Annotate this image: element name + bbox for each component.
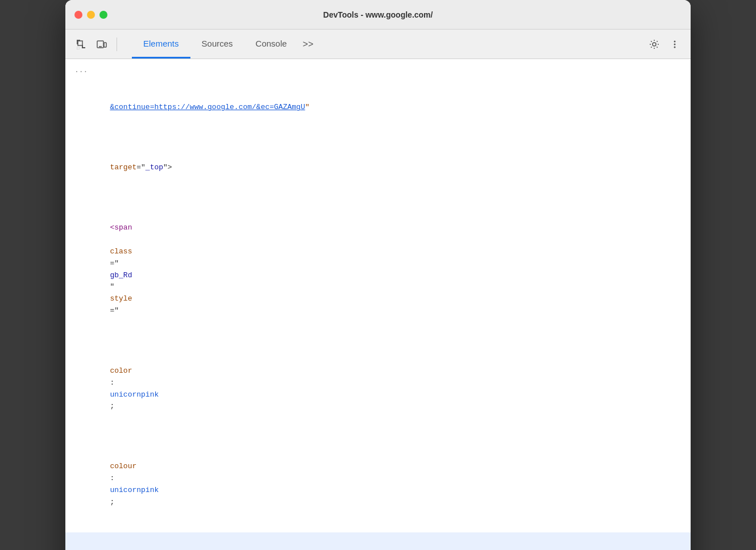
svg-rect-8	[83, 47, 85, 48]
svg-rect-11	[104, 43, 106, 47]
html-attr-continue: "	[305, 103, 310, 111]
menu-button[interactable]	[666, 35, 684, 53]
tab-console[interactable]: Console	[244, 30, 298, 59]
html-line-4[interactable]: color : unicornpink ;	[65, 341, 691, 436]
titlebar: DevTools - www.google.com/	[65, 0, 691, 30]
html-line-1[interactable]: &continue=https://www.google.com/&ec=GAZ…	[65, 78, 691, 138]
devtools-window: DevTools - www.google.com/ ⬚	[65, 0, 691, 550]
minimize-button[interactable]	[87, 11, 95, 19]
toolbar-separator	[117, 38, 117, 51]
toolbar: ⬚ Elements Sources Console >>	[65, 30, 691, 59]
html-attr-target: target	[110, 163, 136, 172]
svg-point-16	[674, 46, 676, 48]
html-value-target: _top	[146, 163, 163, 172]
html-line-6-selected[interactable]: "> Sign in </span> == $0	[65, 532, 691, 550]
svg-point-14	[674, 40, 676, 42]
tabs-more-button[interactable]: >>	[298, 39, 318, 49]
device-toolbar-button[interactable]	[93, 35, 111, 53]
ellipsis: ...	[65, 64, 691, 78]
close-button[interactable]	[74, 11, 82, 19]
html-line-5[interactable]: colour : unicornpink ;	[65, 437, 691, 532]
svg-point-13	[653, 43, 656, 46]
tab-elements[interactable]: Elements	[132, 30, 190, 59]
inspect-element-button[interactable]: ⬚	[72, 35, 90, 53]
toolbar-right-actions	[645, 35, 684, 53]
maximize-button[interactable]	[99, 11, 107, 19]
svg-text:⬚: ⬚	[77, 46, 80, 49]
svg-point-15	[674, 43, 676, 45]
main-tabs: Elements Sources Console >>	[123, 30, 643, 59]
html-line-2[interactable]: target="_top">	[65, 138, 691, 198]
window-title: DevTools - www.google.com/	[323, 10, 433, 19]
svg-rect-7	[82, 45, 83, 48]
tab-sources[interactable]: Sources	[190, 30, 244, 59]
svg-rect-6	[78, 41, 82, 45]
html-line-3[interactable]: <span class =" gb_Rd " style ="	[65, 198, 691, 341]
traffic-lights	[74, 11, 107, 19]
html-link-text: &continue=https://www.google.com/&ec=GAZ…	[110, 103, 305, 111]
html-panel: ... &continue=https://www.google.com/&ec…	[65, 59, 691, 550]
settings-button[interactable]	[645, 35, 663, 53]
